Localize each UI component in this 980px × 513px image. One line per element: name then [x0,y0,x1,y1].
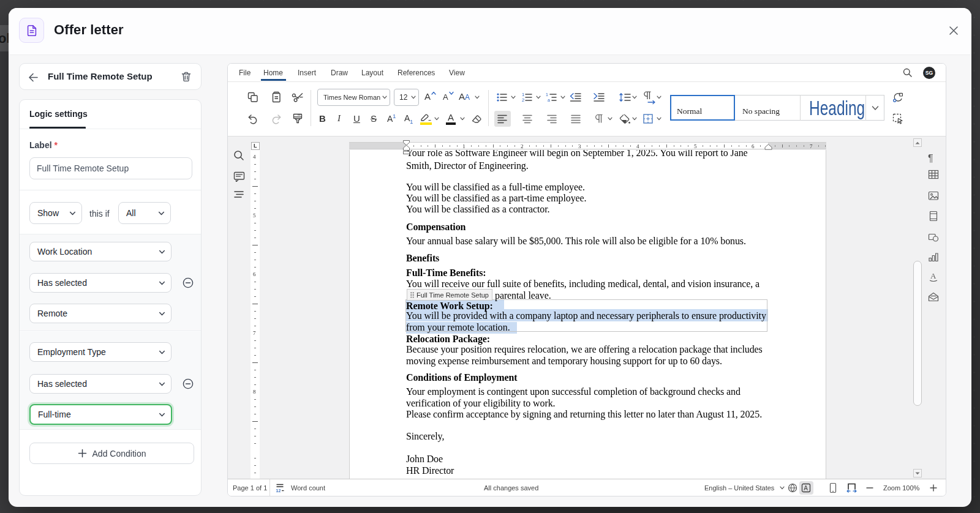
svg-text:12: 12 [276,489,281,493]
svg-text:2: 2 [522,97,524,103]
svg-text:a: a [548,98,550,102]
svg-text:A: A [804,485,808,492]
svg-text:A: A [930,271,937,280]
svg-text:1: 1 [522,92,524,97]
svg-text:1: 1 [546,92,548,97]
